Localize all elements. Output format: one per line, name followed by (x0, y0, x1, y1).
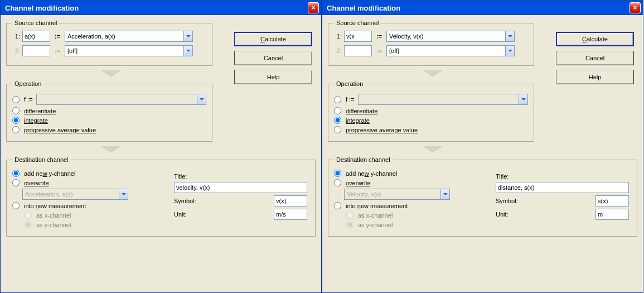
dest-addnew-radio[interactable] (12, 170, 20, 177)
op-f-combo (36, 94, 206, 105)
row-number: 1: (12, 33, 20, 40)
destination-legend: Destination channel (12, 156, 71, 163)
combo-text[interactable] (65, 46, 183, 56)
assign-label: := (52, 47, 62, 54)
window-title: Channel modification (327, 4, 630, 12)
combo-text (345, 189, 440, 199)
cancel-button[interactable]: Cancel (556, 51, 634, 65)
chevron-down-icon[interactable] (505, 31, 514, 41)
unit-input[interactable] (274, 209, 307, 220)
op-pav-radio[interactable] (334, 126, 341, 133)
help-button[interactable]: Help (234, 70, 312, 84)
op-integ-label: integrate (24, 117, 48, 124)
assign-label: := (374, 47, 384, 54)
source-channel-combo-2[interactable] (386, 45, 515, 56)
chevron-down-icon[interactable] (183, 46, 192, 56)
chevron-down-icon[interactable] (183, 31, 192, 41)
source-channel-combo-2[interactable] (65, 45, 193, 56)
calculate-button[interactable]: Calculate (556, 32, 634, 46)
dest-asx-label: as x-channel (36, 212, 71, 219)
row-number: 2: (334, 47, 342, 54)
dest-addnew-label: add new y-channel (346, 170, 397, 177)
op-pav-label: progressive average value (346, 127, 418, 133)
row-number: 1: (334, 33, 342, 40)
combo-text (37, 94, 197, 104)
title-label: Title: (496, 173, 527, 180)
combo-text (359, 94, 519, 104)
dest-intonew-label: into new measurement (24, 203, 86, 209)
op-diff-radio[interactable] (334, 107, 341, 114)
titlebar[interactable]: Channel modification × (322, 1, 643, 15)
op-diff-label: differentiate (346, 108, 377, 114)
unit-label: Unit: (174, 211, 205, 218)
overwrite-combo (22, 189, 128, 200)
source-channel-combo[interactable] (65, 31, 193, 42)
op-diff-radio[interactable] (12, 107, 20, 114)
destination-legend: Destination channel (334, 156, 393, 163)
destination-group: Destination channel add new y-channel ov… (328, 156, 637, 237)
dest-intonew-label: into new measurement (346, 203, 408, 209)
op-f-combo (358, 94, 528, 105)
assign-label: := (52, 33, 62, 40)
unit-input[interactable] (595, 209, 629, 220)
assign-label: := (374, 33, 384, 40)
source-channel-combo[interactable] (386, 31, 515, 42)
op-diff-label: differentiate (24, 108, 56, 114)
dest-asx-radio (346, 212, 354, 219)
dest-asy-radio (25, 221, 32, 228)
symbol-input[interactable] (274, 195, 307, 206)
title-label: Title: (174, 173, 205, 180)
window-title: Channel modification (5, 4, 308, 12)
op-pav-label: progressive average value (24, 127, 96, 133)
operation-group: Operation f := differentiate integrate p… (6, 80, 212, 142)
symbol-input[interactable] (595, 195, 629, 206)
arrow-down-icon (101, 146, 121, 153)
dest-asx-label: as x-channel (358, 212, 393, 219)
dest-overwrite-radio[interactable] (334, 179, 341, 186)
op-f-label: f := (24, 96, 33, 103)
op-f-radio[interactable] (334, 96, 341, 103)
source-var-input-2[interactable] (344, 45, 372, 56)
title-input[interactable] (174, 182, 307, 193)
source-var-input-2[interactable] (22, 45, 50, 56)
combo-text[interactable] (65, 31, 183, 41)
cancel-button[interactable]: Cancel (234, 51, 312, 65)
dest-asy-label: as y-channel (358, 222, 393, 228)
op-integ-radio[interactable] (12, 117, 20, 124)
close-icon[interactable]: × (630, 2, 641, 13)
dest-intonew-radio[interactable] (334, 202, 341, 209)
source-legend: Source channel (334, 20, 381, 26)
dest-asy-label: as y-channel (36, 222, 71, 228)
op-integ-radio[interactable] (334, 117, 341, 124)
symbol-label: Symbol: (496, 198, 527, 204)
source-var-input[interactable] (22, 31, 50, 42)
dialog-channel-modification: Channel modification × Calculate Cancel … (322, 0, 643, 293)
combo-text[interactable] (387, 46, 505, 56)
dest-asx-radio (25, 212, 32, 219)
dest-asy-radio (346, 221, 354, 228)
dialog-channel-modification: Channel modification × Calculate Cancel … (0, 0, 322, 293)
operation-legend: Operation (12, 80, 43, 87)
op-f-radio[interactable] (12, 96, 20, 103)
combo-text[interactable] (387, 31, 505, 41)
dest-addnew-radio[interactable] (334, 170, 341, 177)
arrow-down-icon (423, 146, 443, 153)
calculate-button[interactable]: Calculate (234, 32, 312, 46)
title-input[interactable] (496, 182, 629, 193)
chevron-down-icon[interactable] (505, 46, 514, 56)
op-f-label: f := (346, 96, 355, 103)
help-button[interactable]: Help (556, 70, 634, 84)
row-number: 2: (12, 47, 20, 54)
operation-group: Operation f := differentiate integrate p… (328, 80, 534, 142)
arrow-down-icon (101, 70, 121, 77)
operation-legend: Operation (334, 80, 365, 87)
dest-overwrite-label: overwrite (24, 180, 49, 186)
titlebar[interactable]: Channel modification × (1, 1, 321, 15)
op-pav-radio[interactable] (12, 126, 20, 133)
dest-overwrite-radio[interactable] (12, 179, 20, 186)
close-icon[interactable]: × (308, 2, 319, 13)
source-var-input[interactable] (344, 31, 372, 42)
combo-text (23, 189, 119, 199)
dest-intonew-radio[interactable] (12, 202, 20, 209)
source-legend: Source channel (12, 20, 59, 26)
